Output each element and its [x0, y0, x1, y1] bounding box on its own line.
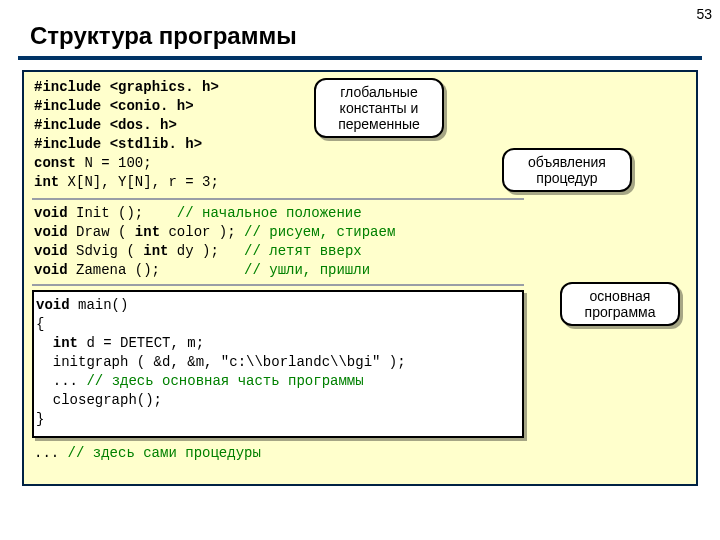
- page-title: Структура программы: [30, 22, 297, 50]
- page-number: 53: [696, 6, 712, 22]
- title-rule: [18, 56, 702, 60]
- callout-globals: глобальные константы и переменные: [314, 78, 444, 138]
- code-block-3: void main() { int d = DETECT, m; initgra…: [36, 296, 406, 429]
- code-main-box: void main() { int d = DETECT, m; initgra…: [32, 290, 524, 438]
- callout-declarations: объявления процедур: [502, 148, 632, 192]
- code-block-2: void Init (); // начальное положение voi…: [34, 204, 395, 280]
- code-panel: #include <graphics. h> #include <conio. …: [22, 70, 698, 486]
- code-tail: ... // здесь сами процедуры: [34, 444, 261, 463]
- separator: [32, 284, 524, 286]
- callout-main: основная программа: [560, 282, 680, 326]
- code-block-1: #include <graphics. h> #include <conio. …: [34, 78, 219, 192]
- separator: [32, 198, 524, 200]
